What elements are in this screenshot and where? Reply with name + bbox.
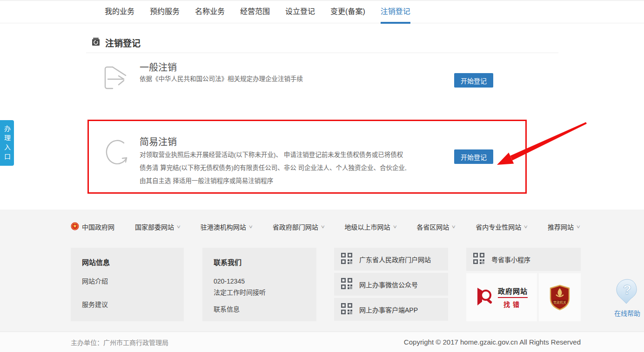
qr-code-icon [341,252,353,266]
host-value: 广州市工商行政管理局 [103,339,168,346]
footer-link-label: 各省区网站 [416,222,449,231]
qr-label: 广东省人民政府门户网站 [359,255,431,264]
divider [86,53,558,53]
national-emblem-icon [71,222,79,232]
copyright: Copyright © 2017 home.gzaic.gov.cn All R… [404,338,581,346]
svg-text:党政机关: 党政机关 [553,300,566,304]
host-label: 主办单位： [71,339,103,346]
chevron-down-icon: ˅ [577,224,580,230]
tab-establishment-registration[interactable]: 设立登记 [285,0,315,24]
qr-code-icon [341,303,353,317]
footer-link-city-sites[interactable]: 地级以上市网站˅ [335,222,407,231]
error-report-line1: 政府网站 [498,286,528,298]
service-title-simple: 简易注销 [140,135,177,148]
footer-link-label: 国家部委网站 [135,222,174,231]
error-report-text: 政府网站 找错 [498,286,528,309]
magnifier-flag-icon [476,286,494,309]
footer-link-china-gov[interactable]: 中国政府网 [71,222,125,232]
top-nav: 我的业务 预约服务 名称业务 经营范围 设立登记 变更(备案) 注销登记 [0,0,644,23]
section-header: 注销登记 [91,36,141,49]
service-desc-simple: 对领取营业执照后未开展经营活动(以下称未开业)、 申请注销登记前未发生债权债务或… [140,149,409,188]
document-export-icon [101,63,130,94]
contact-info-link[interactable]: 联系信息 [214,304,305,313]
footer-link-label: 推荐网站 [548,222,574,231]
service-title-general: 一般注销 [140,60,177,74]
qr-link-gd-gov-portal[interactable]: 广东省人民政府门户网站 [334,248,448,271]
tab-name-business[interactable]: 名称业务 [195,0,225,24]
footer-link-hkmo-agencies[interactable]: 驻港澳机构网站˅ [190,222,262,231]
qr-code-icon [341,278,353,291]
chevron-down-icon: ˅ [524,224,528,230]
footer-link-label: 驻港澳机构网站 [201,222,246,231]
svg-text:?: ? [623,282,631,297]
qr-link-wechat-account[interactable]: 网上办事微信公众号 [334,273,448,296]
site-intro-link[interactable]: 网站介绍 [82,276,173,285]
page-title: 注销登记 [105,36,141,49]
bottom-bar: 主办单位：广州市工商行政管理局 Copyright © 2017 home.gz… [0,332,644,352]
footer-link-bar: 中国政府网 国家部委网站˅ 驻港澳机构网站˅ 省政府部门网站˅ 地级以上市网站˅… [71,220,583,234]
footer-link-label: 省内专业性网站 [476,222,521,231]
annotation-arrow-icon [479,117,600,173]
footer-link-ministries[interactable]: 国家部委网站˅ [125,222,190,231]
shield-icon: 党政机关 [549,284,570,311]
trash-bin-icon [91,37,101,48]
online-help-label: 在线帮助 [614,308,640,318]
gov-site-error-report-badge[interactable]: 政府网站 找错 [466,273,537,321]
qr-link-client-app[interactable]: 网上办事客户端APP [334,298,448,321]
qr-link-mini-program[interactable]: 粤省事小程序 [466,248,581,271]
footer-link-label: 地级以上市网站 [345,222,390,231]
chevron-down-icon: ˅ [321,224,325,230]
error-report-line2: 找错 [503,299,522,309]
site-info-title: 网站信息 [82,257,173,267]
tab-my-business[interactable]: 我的业务 [105,0,134,24]
chevron-down-icon: ˅ [393,224,396,230]
footer: 中国政府网 国家部委网站˅ 驻港澳机构网站˅ 省政府部门网站˅ 地级以上市网站˅… [0,210,644,332]
question-balloon-icon: ? [615,278,639,305]
tab-business-scope[interactable]: 经营范围 [240,0,270,24]
chevron-down-icon: ˅ [452,224,456,230]
contact-phone-note: 法定工作时间接听 [214,287,305,298]
qr-code-icon [473,252,485,266]
start-registration-button-simple[interactable]: 开始登记 [454,149,493,164]
chevron-down-icon: ˅ [177,224,181,230]
refresh-icon [105,138,132,169]
contact-phone: 020-12345 [214,276,305,286]
contact-box: 联系我们 020-12345 法定工作时间接听 联系信息 [202,248,316,321]
footer-link-recommended-sites[interactable]: 推荐网站˅ [537,222,590,231]
tab-appointment-service[interactable]: 预约服务 [150,0,180,24]
host-organization: 主办单位：广州市工商行政管理局 [71,338,168,347]
service-suggestion-link[interactable]: 服务建议 [82,299,173,309]
deregistration-page: 我的业务 预约服务 名称业务 经营范围 设立登记 变更(备案) 注销登记 注销登… [0,0,644,352]
service-desc-general: 依据《中华人民共和国公司法》相关规定办理企业注销手续 [140,74,428,84]
contact-title: 联系我们 [214,257,305,267]
footer-link-professional-sites[interactable]: 省内专业性网站˅ [465,222,537,231]
processing-entry-tab[interactable]: 办理入口 [0,120,14,166]
footer-link-label: 省政府部门网站 [273,222,318,231]
footer-link-provincial-depts[interactable]: 省政府部门网站˅ [262,222,335,231]
footer-link-province-sites[interactable]: 各省区网站˅ [406,222,465,231]
qr-label: 网上办事客户端APP [359,305,418,314]
site-info-box: 网站信息 网站介绍 服务建议 [71,248,184,321]
party-gov-emblem-badge[interactable]: 党政机关 [539,273,581,321]
chevron-down-icon: ˅ [249,224,253,230]
qr-label: 网上办事微信公众号 [359,280,418,289]
footer-link-label: 中国政府网 [82,222,114,231]
online-help[interactable]: ? 在线帮助 [613,278,641,318]
tab-deregistration[interactable]: 注销登记 [381,0,410,24]
tab-change-record[interactable]: 变更(备案) [330,0,365,24]
qr-label: 粤省事小程序 [491,255,530,264]
start-registration-button-general[interactable]: 开始登记 [454,73,493,88]
